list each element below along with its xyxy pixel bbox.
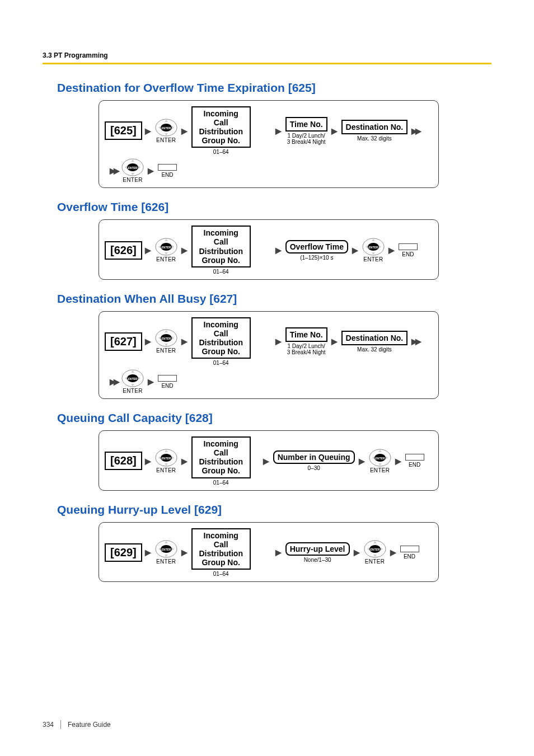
end-input-icon [400, 546, 419, 552]
enter-icon: ENTER [369, 449, 391, 467]
footer-guide: Feature Guide [68, 721, 111, 729]
svg-marker-5 [158, 126, 161, 129]
overflow-time-step: Overflow Time (1–125)×10 s [285, 240, 348, 261]
svg-marker-13 [138, 166, 140, 169]
enter-icon: ENTER [155, 119, 177, 137]
dest-no-step: Destination No. Max. 32 digits [341, 331, 408, 353]
svg-marker-53 [378, 463, 382, 466]
svg-marker-68 [367, 547, 369, 551]
enter-button-group: ENTER ENTER [155, 119, 177, 143]
icd-range: 01–64 [213, 480, 229, 486]
icd-range: 01–64 [213, 360, 229, 366]
queue-num-box: Number in Queuing [273, 450, 355, 464]
icd-group-step: Incoming CallDistributionGroup No. 01–64 [191, 317, 251, 366]
icd-range: 01–64 [213, 149, 229, 155]
svg-marker-33 [158, 336, 161, 340]
svg-text:ENTER: ENTER [161, 246, 171, 249]
footer-divider [60, 720, 61, 729]
enter-icon: ENTER [364, 540, 386, 558]
enter-label: ENTER [364, 558, 386, 565]
heading-628: Queuing Call Capacity [628] [57, 411, 491, 425]
svg-marker-59 [165, 541, 168, 543]
enter-icon: ENTER [155, 329, 177, 347]
enter-label: ENTER [155, 348, 177, 354]
svg-marker-66 [373, 541, 377, 543]
overflow-time-sub: (1–125)×10 s [300, 255, 333, 261]
enter-icon: ENTER [155, 540, 177, 558]
overflow-time-box: Overflow Time [285, 240, 348, 253]
dest-no-box: Destination No. [341, 331, 408, 345]
queue-num-step: Number in Queuing 0–30 [273, 450, 355, 471]
enter-button-group: ENTER ENTER [121, 369, 144, 394]
svg-marker-52 [378, 450, 382, 452]
page-header-section: 3.3 PT Programming [43, 51, 491, 59]
end-label: END [404, 553, 415, 560]
enter-label: ENTER [155, 137, 177, 143]
icd-group-box: Incoming CallDistributionGroup No. [191, 436, 251, 478]
enter-label: ENTER [121, 177, 144, 183]
enter-icon: ENTER [121, 158, 144, 176]
arrow-icon: ▶ [148, 377, 154, 386]
enter-icon: ENTER [155, 238, 177, 256]
arrow-icon: ▶ [181, 126, 188, 135]
arrow-icon: ▶ [181, 548, 188, 557]
svg-text:ENTER: ENTER [161, 456, 171, 459]
svg-marker-41 [138, 377, 140, 380]
end-step: END [400, 546, 419, 560]
end-input-icon [399, 243, 418, 250]
program-code: [625] [105, 121, 142, 140]
icd-group-step: Incoming CallDistributionGroup No. 01–64 [191, 106, 251, 155]
arrow-icon: ▶ [145, 126, 151, 135]
icd-range: 01–64 [213, 269, 229, 275]
end-step: END [158, 375, 177, 389]
svg-marker-25 [372, 252, 375, 255]
dest-no-step: Destination No. Max. 32 digits [341, 120, 408, 142]
icd-group-box: Incoming CallDistributionGroup No. [191, 317, 251, 359]
enter-button-group: ENTER ENTER [121, 158, 144, 183]
hurry-level-step: Hurry-up Level None/1–30 [285, 542, 350, 563]
enter-label: ENTER [369, 467, 391, 473]
svg-marker-46 [165, 463, 168, 466]
arrow-icon: ▶ [181, 337, 188, 346]
dest-no-sub: Max. 32 digits [357, 135, 392, 142]
double-arrow-icon: ▶▶ [411, 337, 419, 346]
end-input-icon [158, 375, 177, 382]
icd-group-box: Incoming CallDistributionGroup No. [191, 528, 251, 570]
svg-marker-48 [172, 456, 174, 459]
time-no-sub: 1 Day/2 Lunch/3 Break/4 Night [287, 133, 326, 145]
arrow-icon: ▶ [181, 246, 188, 255]
page-footer: 334 Feature Guide [43, 720, 111, 729]
svg-text:ENTER: ENTER [128, 166, 138, 170]
enter-icon: ENTER [121, 369, 144, 387]
svg-marker-40 [125, 377, 127, 380]
heading-629: Queuing Hurry-up Level [629] [57, 503, 491, 516]
header-rule [43, 63, 491, 64]
arrow-icon: ▶ [145, 548, 151, 557]
time-no-box: Time No. [285, 327, 327, 342]
enter-button-group: ENTER ENTER [364, 540, 386, 565]
enter-button-group: ENTER ENTER [155, 238, 177, 262]
svg-marker-54 [372, 456, 374, 459]
svg-marker-18 [165, 252, 168, 255]
hurry-level-sub: None/1–30 [304, 557, 331, 563]
end-label: END [409, 462, 420, 468]
svg-text:ENTER: ENTER [375, 456, 385, 459]
end-step: END [405, 454, 424, 468]
page-number: 334 [43, 721, 54, 729]
arrow-icon: ▶ [145, 337, 151, 346]
time-no-sub: 1 Day/2 Lunch/3 Break/4 Night [287, 343, 326, 355]
svg-marker-3 [165, 120, 168, 122]
icd-group-box: Incoming CallDistributionGroup No. [191, 226, 251, 267]
svg-marker-19 [158, 245, 161, 248]
enter-button-group: ENTER ENTER [155, 449, 177, 473]
svg-marker-12 [125, 166, 127, 169]
svg-marker-34 [172, 336, 174, 340]
enter-label: ENTER [155, 467, 177, 473]
arrow-icon: ▶ [275, 126, 282, 135]
svg-marker-27 [379, 245, 381, 248]
icd-group-box: Incoming CallDistributionGroup No. [191, 106, 251, 148]
queue-num-sub: 0–30 [308, 465, 320, 471]
svg-marker-31 [165, 330, 168, 332]
enter-label: ENTER [121, 388, 144, 394]
program-code: [628] [105, 452, 142, 470]
